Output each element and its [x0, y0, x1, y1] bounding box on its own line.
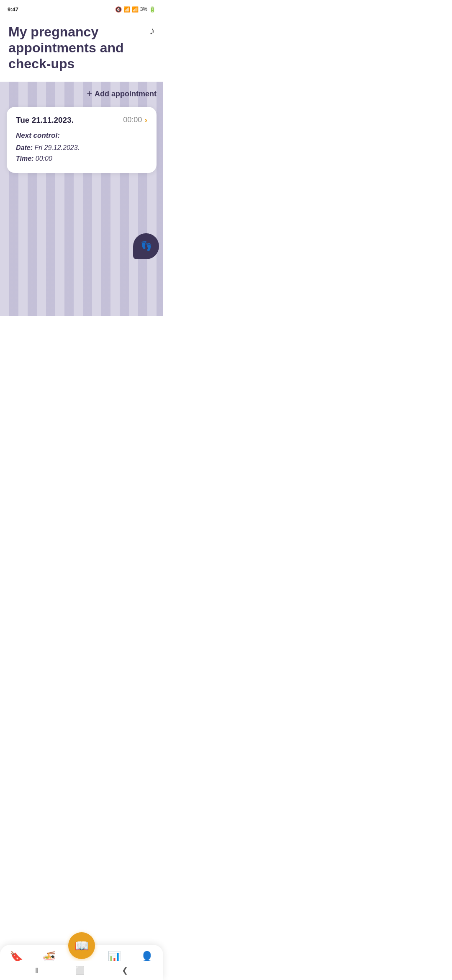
card-time: 00:00: [123, 116, 142, 124]
status-time: 9:47: [8, 6, 18, 13]
next-time-value: 00:00: [36, 155, 52, 162]
add-appointment-label: Add appointment: [95, 90, 157, 98]
status-icons: 🔇 📶 📶 3% 🔋: [115, 6, 156, 13]
appointment-card[interactable]: Tue 21.11.2023. 00:00 › Next control: Da…: [7, 107, 157, 173]
wifi-icon: 📶: [123, 6, 130, 13]
next-time-line: Time: 00:00: [16, 153, 147, 164]
add-appointment-button[interactable]: + Add appointment: [7, 88, 157, 99]
floating-baby-button[interactable]: 👣: [133, 233, 159, 262]
status-bar: 9:47 🔇 📶 📶 3% 🔋: [0, 0, 163, 17]
card-header: Tue 21.11.2023. 00:00 ›: [16, 115, 147, 125]
signal-icon: 📶: [132, 6, 139, 13]
next-date-value: Fri 29.12.2023.: [34, 144, 80, 151]
card-body: Next control: Date: Fri 29.12.2023. Time…: [16, 132, 147, 164]
mute-icon: 🔇: [115, 6, 122, 13]
header: My pregnancy appointments and check-ups …: [0, 17, 163, 82]
page-title: My pregnancy appointments and check-ups: [8, 24, 142, 72]
next-date-line: Date: Fri 29.12.2023.: [16, 142, 147, 153]
chevron-right-icon: ›: [144, 115, 147, 125]
battery-icon: 🔋: [149, 6, 156, 13]
plus-icon: +: [87, 88, 92, 99]
music-icon[interactable]: ♪: [149, 24, 155, 37]
baby-feet-icon: 👣: [133, 233, 159, 259]
time-key-label: Time:: [16, 155, 33, 162]
next-control-label: Next control:: [16, 132, 147, 140]
card-date: Tue 21.11.2023.: [16, 116, 74, 125]
card-time-row: 00:00 ›: [123, 115, 147, 125]
battery-text: 3%: [140, 6, 147, 12]
date-key-label: Date:: [16, 144, 33, 151]
main-content: + Add appointment Tue 21.11.2023. 00:00 …: [0, 82, 163, 316]
